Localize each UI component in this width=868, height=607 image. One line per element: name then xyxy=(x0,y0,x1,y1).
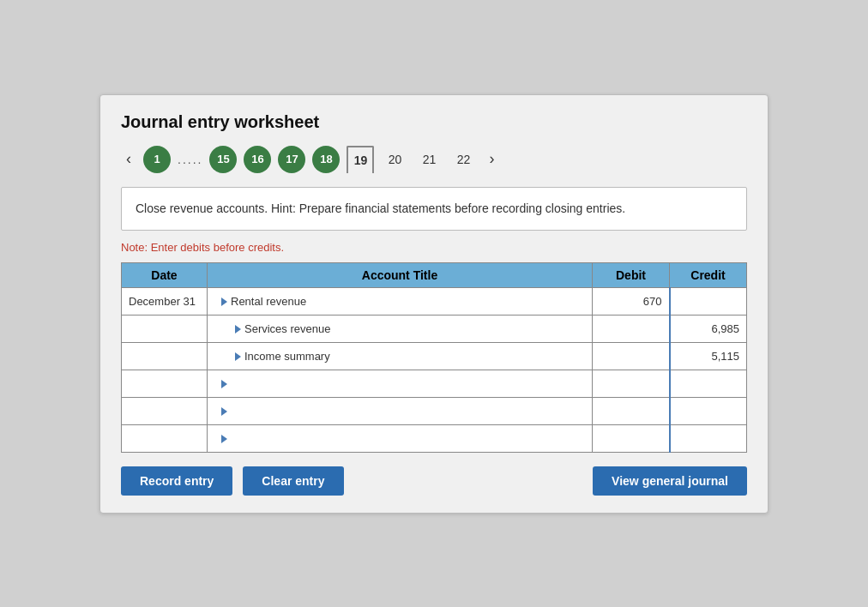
header-account-title: Account Title xyxy=(208,262,593,287)
cell-credit-2[interactable]: 5,115 xyxy=(670,342,747,370)
cell-account-2[interactable]: Income summary xyxy=(208,342,593,370)
cell-marker-icon-empty xyxy=(221,435,227,443)
cell-debit-5[interactable] xyxy=(593,424,670,452)
cell-debit-0[interactable]: 670 xyxy=(593,287,670,315)
cell-account-4[interactable] xyxy=(208,397,593,424)
table-row[interactable] xyxy=(122,370,747,397)
cell-credit-1[interactable]: 6,985 xyxy=(670,315,747,342)
cell-debit-1[interactable] xyxy=(593,315,670,342)
next-arrow[interactable]: › xyxy=(484,148,499,170)
cell-marker-icon xyxy=(235,325,241,334)
page-19-active[interactable]: 19 xyxy=(347,146,374,173)
page-1[interactable]: 1 xyxy=(143,146,171,173)
cell-debit-3[interactable] xyxy=(593,370,670,397)
cell-date-5[interactable] xyxy=(122,424,208,452)
clear-entry-button[interactable]: Clear entry xyxy=(243,466,343,496)
page-21[interactable]: 21 xyxy=(415,146,443,173)
page-15[interactable]: 15 xyxy=(209,146,237,173)
record-entry-button[interactable]: Record entry xyxy=(121,466,232,496)
table-row[interactable]: December 31Rental revenue670 xyxy=(122,287,747,315)
page-title: Journal entry worksheet xyxy=(121,112,747,132)
cell-credit-0[interactable] xyxy=(670,287,747,315)
cell-account-3[interactable] xyxy=(208,370,593,397)
cell-marker-icon-empty xyxy=(221,380,227,388)
view-general-journal-button[interactable]: View general journal xyxy=(593,466,747,496)
page-22[interactable]: 22 xyxy=(449,146,477,173)
cell-date-3[interactable] xyxy=(122,370,208,397)
hint-box: Close revenue accounts. Hint: Prepare fi… xyxy=(121,187,747,231)
cell-debit-2[interactable] xyxy=(593,342,670,370)
journal-worksheet-card: Journal entry worksheet ‹ 1 ..... 15 16 … xyxy=(99,94,769,514)
cell-credit-4[interactable] xyxy=(670,397,747,424)
header-debit: Debit xyxy=(593,262,670,287)
header-credit: Credit xyxy=(670,262,747,287)
button-row: Record entry Clear entry View general jo… xyxy=(121,466,747,496)
table-row[interactable] xyxy=(122,424,747,452)
table-row[interactable] xyxy=(122,397,747,424)
hint-text: Close revenue accounts. Hint: Prepare fi… xyxy=(136,201,625,215)
page-16[interactable]: 16 xyxy=(244,146,271,173)
journal-table: Date Account Title Debit Credit December… xyxy=(121,262,747,453)
cell-marker-icon-empty xyxy=(221,407,227,416)
header-date: Date xyxy=(122,262,208,287)
cell-account-5[interactable] xyxy=(208,424,593,452)
cell-marker-icon xyxy=(221,297,227,306)
prev-arrow[interactable]: ‹ xyxy=(121,148,136,170)
page-18[interactable]: 18 xyxy=(312,146,340,173)
cell-date-0[interactable]: December 31 xyxy=(122,287,208,315)
cell-debit-4[interactable] xyxy=(593,397,670,424)
cell-credit-5[interactable] xyxy=(670,424,747,452)
page-20[interactable]: 20 xyxy=(381,146,408,173)
cell-account-1[interactable]: Services revenue xyxy=(208,315,593,342)
page-dots: ..... xyxy=(178,153,202,166)
pagination: ‹ 1 ..... 15 16 17 18 19 20 21 22 › xyxy=(121,146,747,173)
table-row[interactable]: Services revenue6,985 xyxy=(122,315,747,342)
cell-date-4[interactable] xyxy=(122,397,208,424)
page-17[interactable]: 17 xyxy=(278,146,305,173)
table-row[interactable]: Income summary5,115 xyxy=(122,342,747,370)
cell-marker-icon xyxy=(235,352,241,361)
cell-credit-3[interactable] xyxy=(670,370,747,397)
cell-date-2[interactable] xyxy=(122,342,208,370)
cell-date-1[interactable] xyxy=(122,315,208,342)
note-text: Note: Enter debits before credits. xyxy=(121,241,747,254)
cell-account-0[interactable]: Rental revenue xyxy=(208,287,593,315)
